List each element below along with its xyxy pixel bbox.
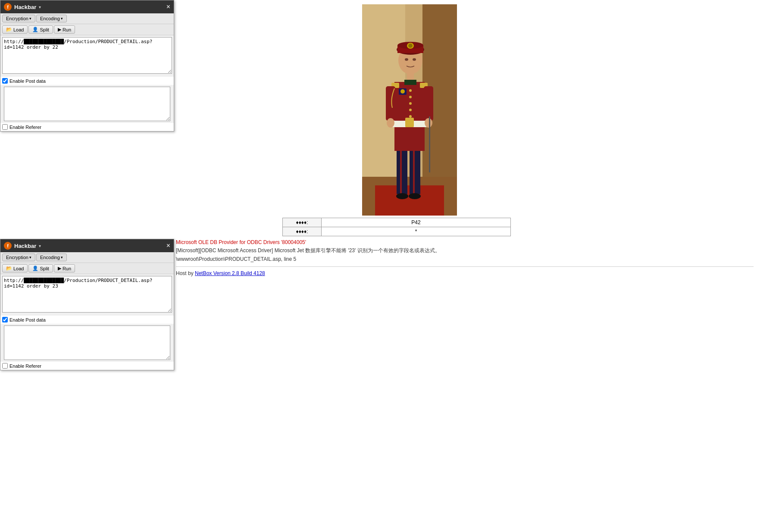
svg-rect-8 [397, 151, 407, 194]
encryption-arrow-top: ▾ [29, 16, 31, 21]
load-button-bottom[interactable]: 📂 Load [2, 264, 28, 272]
hackbar-post-area-top [0, 85, 174, 123]
svg-point-26 [409, 102, 412, 105]
load-icon-top: 📂 [6, 27, 12, 32]
hackbar-titlebar-top: f Hackbar ▾ × [0, 0, 174, 13]
svg-rect-11 [413, 151, 415, 194]
hackbar-body-top [0, 35, 174, 77]
svg-point-28 [409, 115, 412, 118]
post-input-top[interactable] [4, 87, 170, 121]
table-row: ♦♦♦♦:* [283, 227, 511, 236]
referer-row-top: Enable Referer [0, 123, 174, 131]
run-button-top[interactable]: ▶ Run [54, 25, 75, 34]
url-input-top[interactable] [2, 37, 172, 74]
run-label-bottom: Run [63, 266, 71, 271]
referer-label-bottom: Enable Referer [9, 363, 41, 369]
error-line-3: \wwwroot\Production\PRODUCT_DETAIL.asp, … [176, 256, 754, 262]
svg-rect-10 [400, 151, 402, 194]
table-label-cell: ♦♦♦♦: [283, 227, 322, 236]
error-area: Microsoft OLE DB Provider for ODBC Drive… [176, 239, 754, 276]
split-icon-bottom: 👤 [32, 266, 38, 271]
split-label-top: Split [40, 27, 49, 32]
encoding-menu-top[interactable]: Encoding ▾ [36, 15, 67, 22]
load-button-top[interactable]: 📂 Load [2, 25, 28, 34]
svg-point-33 [387, 118, 394, 128]
table-value-cell: P42 [322, 218, 511, 227]
encryption-label-top: Encryption [6, 16, 28, 21]
table-value-cell: * [322, 227, 511, 236]
host-link[interactable]: NetBox Version 2.8 Build 4128 [195, 270, 265, 276]
run-label-top: Run [63, 27, 71, 32]
run-icon-top: ▶ [58, 27, 61, 32]
svg-rect-9 [410, 151, 420, 194]
hackbar-body-bottom [0, 274, 174, 316]
post-checkbox-row-top: Enable Post data [0, 77, 174, 85]
hackbar-toolbar-top: Encryption ▾ Encoding ▾ [0, 13, 174, 24]
split-label-bottom: Split [40, 266, 49, 271]
run-button-bottom[interactable]: ▶ Run [54, 264, 75, 272]
referer-checkbox-bottom[interactable] [2, 363, 8, 369]
referer-label-top: Enable Referer [9, 125, 41, 130]
hackbar-panel-top: f Hackbar ▾ × Encryption ▾ Encoding ▾ 📂 … [0, 0, 174, 131]
svg-point-34 [425, 118, 432, 128]
split-button-top[interactable]: 👤 Split [28, 25, 53, 34]
svg-rect-7 [405, 118, 414, 127]
product-table: ♦♦♦♦:P42♦♦♦♦:* [282, 218, 511, 236]
svg-point-25 [409, 96, 412, 98]
split-button-bottom[interactable]: 👤 Split [28, 264, 53, 272]
encoding-menu-bottom[interactable]: Encoding ▾ [36, 253, 67, 261]
encoding-arrow-bottom: ▾ [61, 255, 63, 260]
post-input-bottom[interactable] [4, 325, 170, 360]
url-input-bottom[interactable] [2, 276, 172, 313]
load-icon-bottom: 📂 [6, 266, 12, 271]
hackbar-titlebar-left-top: f Hackbar ▾ [4, 3, 41, 11]
post-label-top: Enable Post data [9, 78, 46, 84]
hackbar-close-top[interactable]: × [166, 3, 170, 10]
hackbar-panel-bottom: f Hackbar ▾ × Encryption ▾ Encoding ▾ 📂 … [0, 239, 174, 370]
product-image-area [362, 4, 457, 216]
hackbar-action-toolbar-bottom: 📂 Load 👤 Split ▶ Run [0, 263, 174, 274]
hackbar-title-top: Hackbar [14, 4, 36, 10]
post-checkbox-top[interactable] [2, 78, 8, 84]
svg-point-12 [396, 193, 408, 199]
host-line: Host by NetBox Version 2.8 Build 4128 [176, 266, 754, 276]
hackbar-toolbar-bottom: Encryption ▾ Encoding ▾ [0, 252, 174, 263]
page-content: ♦♦♦♦:P42♦♦♦♦:* Microsoft OLE DB Provider… [0, 0, 757, 532]
svg-point-27 [409, 109, 412, 111]
hackbar-close-bottom[interactable]: × [166, 242, 170, 249]
hackbar-logo-bottom: f [4, 242, 12, 250]
encoding-label-top: Encoding [40, 16, 60, 21]
error-line-2: [Microsoft][ODBC Microsoft Access Driver… [176, 247, 754, 254]
svg-point-19 [408, 44, 413, 48]
hackbar-title-bottom: Hackbar [14, 243, 36, 249]
svg-point-20 [405, 58, 408, 61]
run-icon-bottom: ▶ [58, 266, 61, 271]
svg-point-21 [413, 58, 416, 61]
encryption-menu-bottom[interactable]: Encryption ▾ [2, 253, 35, 261]
svg-rect-37 [429, 116, 430, 172]
encryption-menu-top[interactable]: Encryption ▾ [2, 15, 35, 22]
hackbar-dropdown-arrow-top[interactable]: ▾ [39, 5, 41, 9]
split-icon-top: 👤 [32, 27, 38, 32]
referer-checkbox-top[interactable] [2, 124, 8, 130]
encryption-arrow-bottom: ▾ [29, 255, 31, 260]
svg-rect-23 [404, 80, 416, 85]
svg-point-24 [409, 89, 412, 92]
error-line-1: Microsoft OLE DB Provider for ODBC Drive… [176, 239, 754, 245]
hackbar-titlebar-left-bottom: f Hackbar ▾ [4, 242, 41, 250]
post-label-bottom: Enable Post data [9, 317, 46, 322]
host-prefix: Host by [176, 270, 195, 276]
soldier-image [362, 4, 457, 216]
svg-rect-32 [424, 86, 433, 121]
hackbar-logo-top: f [4, 3, 12, 11]
hackbar-dropdown-arrow-bottom[interactable]: ▾ [39, 244, 41, 248]
post-checkbox-bottom[interactable] [2, 317, 8, 322]
table-label-cell: ♦♦♦♦: [283, 218, 322, 227]
load-label-top: Load [13, 27, 24, 32]
svg-point-36 [400, 89, 405, 94]
table-row: ♦♦♦♦:P42 [283, 218, 511, 227]
encoding-arrow-top: ▾ [61, 16, 63, 21]
load-label-bottom: Load [13, 266, 24, 271]
referer-row-bottom: Enable Referer [0, 362, 174, 370]
post-checkbox-row-bottom: Enable Post data [0, 316, 174, 324]
